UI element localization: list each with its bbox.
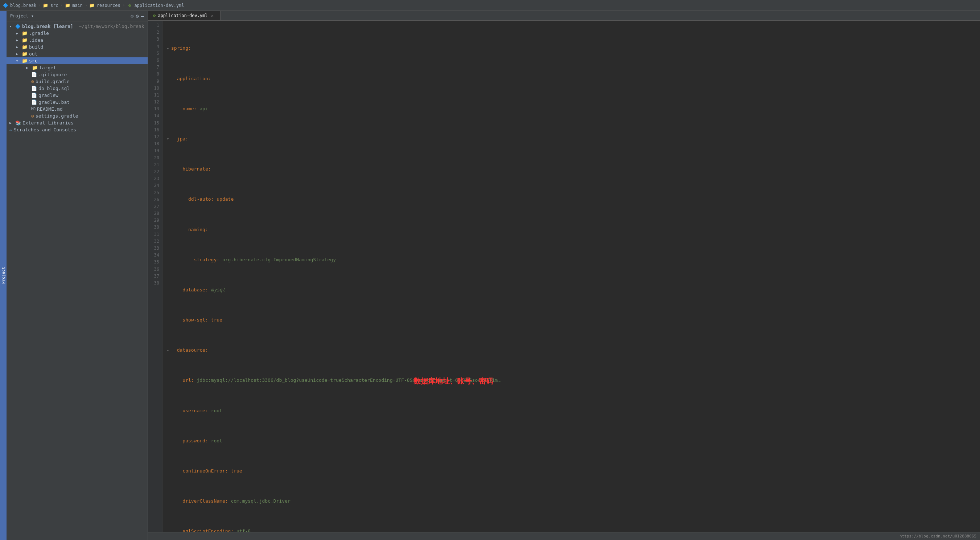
top-bar: 🔷 blog.break › 📁 src › 📁 main › 📁 resour… xyxy=(0,0,980,11)
code-token-7: naming: xyxy=(171,226,208,234)
line-num-1: 1 xyxy=(150,22,159,29)
tree-item-idea[interactable]: ▶ 📁 .idea xyxy=(6,37,148,43)
tree-label-scratches: Scratches and Consoles xyxy=(14,127,76,132)
tree-label-src: src xyxy=(29,58,37,64)
breadcrumb-resources[interactable]: resources xyxy=(97,3,121,8)
line-num-11: 11 xyxy=(150,92,159,99)
tree-label-db-sql: db_blog.sql xyxy=(38,86,70,91)
code-line-9: database: mysql xyxy=(167,286,976,294)
line-numbers-gutter: 1 2 3 4 5 6 7 8 9 10 11 12 13 14 15 16 1… xyxy=(148,21,162,532)
tree-item-gitignore[interactable]: 📄 .gitignore xyxy=(6,71,148,78)
code-line-6: ddl-auto: update xyxy=(167,196,976,203)
line-num-6: 6 xyxy=(150,57,159,64)
code-line-7: naming: xyxy=(167,226,976,234)
fold-8 xyxy=(167,257,171,263)
tree-item-readme[interactable]: MD README.md xyxy=(6,106,148,113)
sidebar-actions: ⊕ ⚙ — xyxy=(130,13,144,19)
tree-label-gradlew-bat: gradlew.bat xyxy=(38,99,70,105)
tree-label-settings-gradle: settings.gradle xyxy=(35,113,78,119)
tab-bar: ⚙ application-dev.yml ✕ xyxy=(148,11,980,21)
folder-icon-resources: 📁 xyxy=(89,3,95,8)
line-num-20: 20 xyxy=(150,155,159,161)
line-num-19: 19 xyxy=(150,147,159,154)
tree-arrow-src: ▾ xyxy=(16,59,20,63)
code-token-14: password: root xyxy=(171,437,222,445)
editor-content[interactable]: 1 2 3 4 5 6 7 8 9 10 11 12 13 14 15 16 1… xyxy=(148,21,980,532)
fold-1[interactable]: ▾ xyxy=(167,46,171,51)
line-num-33: 33 xyxy=(150,245,159,252)
editor-area: ⚙ application-dev.yml ✕ 1 2 3 4 5 6 7 8 … xyxy=(148,11,980,540)
line-num-24: 24 xyxy=(150,182,159,189)
fold-5 xyxy=(167,167,171,172)
line-num-35: 35 xyxy=(150,259,159,266)
sidebar-action-minimize[interactable]: — xyxy=(141,13,144,19)
file-icon-build-gradle: ⚙ xyxy=(31,79,34,84)
tree-item-gradlew-bat[interactable]: 📄 gradlew.bat xyxy=(6,99,148,106)
sidebar-action-globe[interactable]: ⊕ xyxy=(130,13,134,19)
folder-icon-build: 📁 xyxy=(22,44,27,50)
tree-item-build[interactable]: ▶ 📁 build xyxy=(6,43,148,51)
tree-item-settings-gradle[interactable]: ⚙ settings.gradle xyxy=(6,113,148,119)
fold-14 xyxy=(167,438,171,444)
code-token-15: continueOnError: true xyxy=(171,467,242,475)
tab-application-dev-yml[interactable]: ⚙ application-dev.yml ✕ xyxy=(148,11,221,20)
tree-item-target[interactable]: ▶ 📁 target xyxy=(6,64,148,71)
fold-9 xyxy=(167,287,171,293)
tab-close-button[interactable]: ✕ xyxy=(210,13,215,18)
tree-label-ext: External Libraries xyxy=(22,120,74,126)
sidebar-action-settings[interactable]: ⚙ xyxy=(136,13,138,19)
code-token-17: sqlScriptEncoding: utf-8 xyxy=(171,528,251,532)
line-num-32: 32 xyxy=(150,238,159,245)
sidebar-title-label: Project ▾ xyxy=(10,13,34,19)
tree-arrow-target: ▶ xyxy=(26,66,30,70)
line-num-37: 37 xyxy=(150,273,159,280)
tab-yaml-icon: ⚙ xyxy=(153,13,156,18)
breadcrumb-main[interactable]: main xyxy=(72,3,83,8)
code-token-2: application: xyxy=(171,75,211,83)
folder-icon-gradle: 📁 xyxy=(22,30,27,36)
folder-icon-target: 📁 xyxy=(32,65,38,70)
tree-item-out[interactable]: ▶ 📁 out xyxy=(6,51,148,57)
tree-label-gitignore: .gitignore xyxy=(38,72,67,77)
code-line-17: sqlScriptEncoding: utf-8 xyxy=(167,528,976,532)
folder-icon-out: 📁 xyxy=(22,51,27,57)
project-root-icon: 🔷 xyxy=(15,24,21,29)
tree-item-db-sql[interactable]: 📄 db_blog.sql xyxy=(6,85,148,92)
breadcrumb-src[interactable]: src xyxy=(51,3,58,8)
tree-label-out: out xyxy=(29,51,37,57)
project-vertical-tab[interactable]: Project xyxy=(0,11,6,540)
line-num-18: 18 xyxy=(150,140,159,147)
line-num-34: 34 xyxy=(150,252,159,259)
tree-label-gradle: .gradle xyxy=(29,30,49,36)
fold-7 xyxy=(167,227,171,233)
tree-item-build-gradle[interactable]: ⚙ build.gradle xyxy=(6,78,148,85)
code-editor[interactable]: ▾ spring: application: name: api ▾ jp xyxy=(162,21,980,532)
fold-4[interactable]: ▾ xyxy=(167,136,171,142)
fold-11[interactable]: ▾ xyxy=(167,348,171,354)
line-num-26: 26 xyxy=(150,196,159,203)
tree-item-root[interactable]: ▾ 🔷 blog.break [learn] ~/git/mywork/blog… xyxy=(6,23,148,30)
fold-17 xyxy=(167,529,171,532)
line-num-30: 30 xyxy=(150,224,159,231)
tree-label-readme: README.md xyxy=(37,106,62,112)
sidebar-title-text: Project ▾ xyxy=(10,13,34,19)
tree-item-scratches[interactable]: ✏ Scratches and Consoles xyxy=(6,126,148,133)
tree-item-gradle[interactable]: ▶ 📁 .gradle xyxy=(6,30,148,37)
tree-item-src[interactable]: ▾ 📁 src xyxy=(6,57,148,64)
breadcrumb-project[interactable]: blog.break xyxy=(10,3,36,8)
code-token-1: spring: xyxy=(171,45,191,52)
tree-item-gradlew[interactable]: 📄 gradlew xyxy=(6,92,148,99)
scratch-icon: ✏ xyxy=(10,127,12,132)
tree-label-idea: .idea xyxy=(29,37,43,43)
code-token-8: strategy: org.hibernate.cfg.ImprovedNami… xyxy=(171,256,336,264)
tree-item-external-libraries[interactable]: ▶ 📚 External Libraries xyxy=(6,119,148,126)
code-token-16: driverClassName: com.mysql.jdbc.Driver xyxy=(171,497,291,505)
tree-arrow-out: ▶ xyxy=(16,52,20,56)
line-num-21: 21 xyxy=(150,161,159,168)
folder-icon-main: 📁 xyxy=(65,3,70,8)
breadcrumb-yaml[interactable]: application-dev.yml xyxy=(134,3,184,8)
sidebar: Project ▾ ⊕ ⚙ — ▾ 🔷 blog.break [learn] ~… xyxy=(6,11,148,540)
file-icon-readme: MD xyxy=(31,107,35,111)
line-num-9: 9 xyxy=(150,78,159,85)
tree-label-build: build xyxy=(29,44,43,50)
